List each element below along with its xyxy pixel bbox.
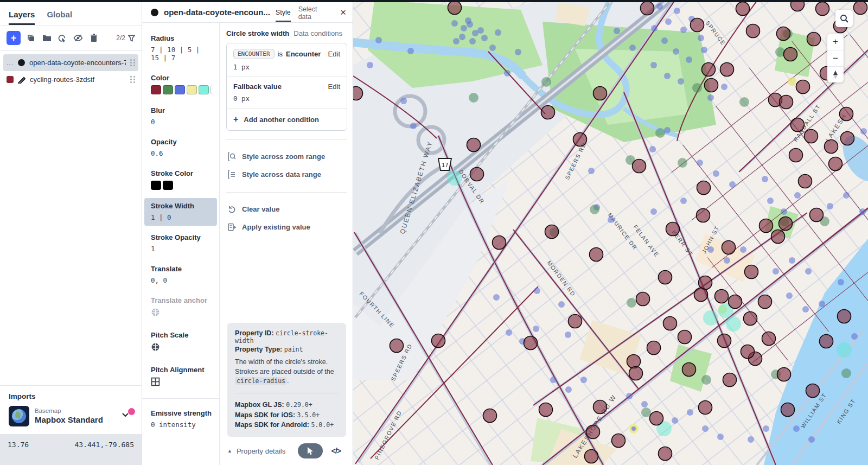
map-data-point[interactable] xyxy=(608,216,614,223)
map-data-point[interactable] xyxy=(827,203,833,209)
map-data-point[interactable] xyxy=(807,33,821,46)
map-data-point[interactable] xyxy=(746,24,760,38)
map-data-point[interactable] xyxy=(447,170,462,186)
map-data-point[interactable] xyxy=(451,20,458,27)
basemap-import-row[interactable]: Basemap Mapbox Standard xyxy=(9,406,133,426)
map-data-point[interactable] xyxy=(541,77,551,87)
map-data-point[interactable] xyxy=(506,329,512,336)
property-details-toggle[interactable]: ▲ Property details xyxy=(227,447,285,455)
close-icon[interactable]: × xyxy=(340,7,346,17)
map-data-point[interactable] xyxy=(805,130,818,143)
map-data-point[interactable] xyxy=(569,315,582,328)
map-data-point[interactable] xyxy=(375,37,382,43)
map-data-point[interactable] xyxy=(627,298,636,308)
map-data-point[interactable] xyxy=(489,44,496,51)
map-data-point[interactable] xyxy=(541,106,555,119)
expand-basemap-button[interactable] xyxy=(121,410,133,422)
map-data-point[interactable] xyxy=(612,434,626,448)
map-data-point[interactable] xyxy=(565,332,571,338)
edit-condition-button[interactable]: Edit xyxy=(328,50,340,58)
map-data-point[interactable] xyxy=(816,2,829,16)
field-chip[interactable]: ENCOUNTER xyxy=(233,49,275,59)
map-data-point[interactable] xyxy=(691,18,704,32)
drag-handle-icon[interactable] xyxy=(130,76,135,83)
map-data-point[interactable] xyxy=(650,62,657,68)
map-data-point[interactable] xyxy=(819,301,825,307)
compass-button[interactable] xyxy=(827,66,844,82)
map-data-point[interactable] xyxy=(586,425,600,439)
map-data-point[interactable] xyxy=(461,25,467,31)
map-data-point[interactable] xyxy=(432,334,445,348)
map-data-point[interactable] xyxy=(723,373,737,387)
map-data-point[interactable] xyxy=(729,295,742,309)
map-data-point[interactable] xyxy=(773,268,779,275)
map-data-point[interactable] xyxy=(465,17,471,24)
map-data-point[interactable] xyxy=(629,44,636,51)
map-data-point[interactable] xyxy=(841,132,854,145)
map-data-point[interactable] xyxy=(793,425,800,432)
map-data-point[interactable] xyxy=(707,246,714,253)
map-data-point[interactable] xyxy=(477,27,484,34)
map-data-point[interactable] xyxy=(593,400,607,414)
map-data-point[interactable] xyxy=(448,2,462,15)
map-data-point[interactable] xyxy=(729,181,736,188)
map-data-point[interactable] xyxy=(694,288,708,302)
map-data-point[interactable] xyxy=(665,18,672,25)
map-data-point[interactable] xyxy=(744,312,757,326)
map-data-point[interactable] xyxy=(470,168,484,181)
map-data-point[interactable] xyxy=(741,345,755,359)
group-folder-icon[interactable] xyxy=(41,33,52,43)
map-data-point[interactable] xyxy=(504,70,510,77)
map-search-button[interactable] xyxy=(835,10,853,27)
map-data-point[interactable] xyxy=(854,2,867,15)
map-data-point[interactable] xyxy=(515,49,521,55)
map-data-point[interactable] xyxy=(806,384,820,398)
map-data-point[interactable] xyxy=(784,48,797,61)
style-across-data-range-button[interactable]: Style across data range xyxy=(226,165,347,183)
map-data-point[interactable] xyxy=(661,37,668,44)
map-data-point[interactable] xyxy=(777,368,791,381)
map-data-point[interactable] xyxy=(692,83,702,93)
map-data-point[interactable] xyxy=(740,246,746,253)
map-data-point[interactable] xyxy=(533,326,539,332)
map-data-point[interactable] xyxy=(558,301,565,308)
map-data-point[interactable] xyxy=(825,140,838,154)
map-data-point[interactable] xyxy=(633,160,646,173)
property-blur[interactable]: Blur 0 xyxy=(142,103,219,130)
map-data-point[interactable] xyxy=(467,138,481,152)
map-data-point[interactable] xyxy=(777,27,790,41)
map-data-point[interactable] xyxy=(701,47,707,53)
map-data-point[interactable] xyxy=(469,93,478,103)
clear-value-button[interactable]: Clear value xyxy=(226,200,347,218)
map-data-point[interactable] xyxy=(550,377,557,383)
apply-existing-value-button[interactable]: Apply existing value xyxy=(226,218,347,236)
map-data-point[interactable] xyxy=(781,403,795,417)
map-data-point[interactable] xyxy=(829,157,843,171)
map-data-point[interactable] xyxy=(614,28,620,34)
map-data-point[interactable] xyxy=(678,78,684,85)
map-data-point[interactable] xyxy=(736,2,750,16)
map-data-point[interactable] xyxy=(534,288,540,294)
map-data-point[interactable] xyxy=(838,279,844,285)
map-data-point[interactable] xyxy=(802,306,809,313)
map-data-point[interactable] xyxy=(641,401,648,407)
map-data-point[interactable] xyxy=(539,403,553,417)
map-data-point[interactable] xyxy=(838,310,851,323)
property-translate-anchor[interactable]: Translate anchor xyxy=(142,292,219,323)
map-data-point[interactable] xyxy=(593,87,607,100)
map-data-point[interactable] xyxy=(390,339,404,353)
map-data-point[interactable] xyxy=(789,257,795,264)
add-condition-button[interactable]: + Add another condition xyxy=(227,109,347,130)
map-data-point[interactable] xyxy=(687,409,693,416)
map-data-point[interactable] xyxy=(781,208,787,215)
map-data-point[interactable] xyxy=(367,62,373,68)
condition-value[interactable]: 1 px xyxy=(233,63,340,71)
map-data-point[interactable] xyxy=(641,2,654,15)
property-stroke-width[interactable]: Stroke Width 1 | 0 xyxy=(144,198,217,226)
map-data-point[interactable] xyxy=(841,368,851,378)
map-data-point[interactable] xyxy=(678,330,692,344)
map-data-point[interactable] xyxy=(707,94,714,101)
map-data-point[interactable] xyxy=(400,98,407,104)
add-layer-button[interactable]: + xyxy=(7,31,21,45)
property-color[interactable]: Color xyxy=(142,70,219,99)
